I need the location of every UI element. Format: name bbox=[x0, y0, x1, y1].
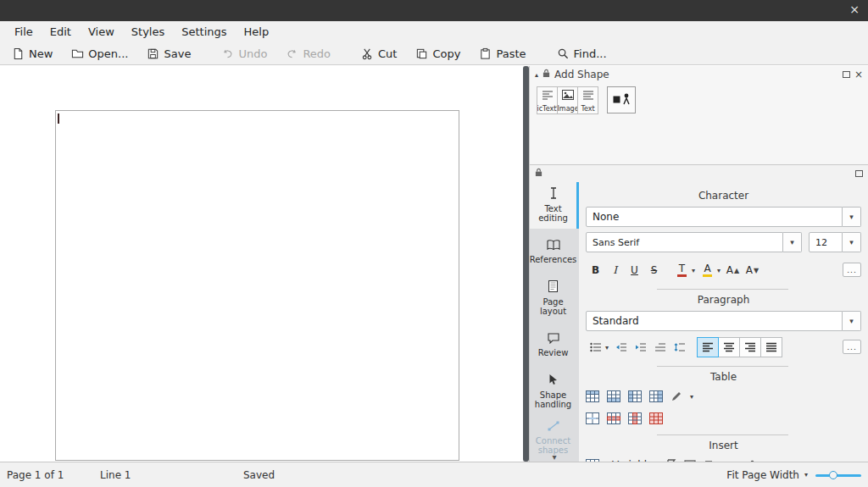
tab-page-layout[interactable]: Page layout bbox=[530, 275, 579, 322]
insert-column-left-button[interactable] bbox=[628, 388, 642, 405]
chevron-down-icon[interactable]: ▾ bbox=[783, 232, 802, 252]
chevron-down-icon[interactable]: ▾ bbox=[843, 207, 861, 227]
menu-help[interactable]: Help bbox=[236, 23, 277, 41]
shape-text-button[interactable]: Text bbox=[577, 86, 598, 114]
copy-button[interactable]: Copy bbox=[409, 45, 467, 63]
section-title-insert: Insert bbox=[586, 440, 861, 451]
align-center-button[interactable] bbox=[718, 337, 740, 357]
find-button[interactable]: Find... bbox=[550, 45, 614, 63]
add-shape-docker: ▴ Add Shape × icTextS bbox=[530, 66, 868, 165]
delete-row-button[interactable] bbox=[607, 410, 620, 427]
tabstrip-scroll-down-icon[interactable]: ▾ bbox=[530, 453, 579, 462]
chevron-down-icon[interactable]: ▾ bbox=[804, 471, 808, 479]
vertical-scrollbar[interactable] bbox=[523, 66, 529, 462]
copy-icon bbox=[415, 47, 428, 60]
page-layout-icon bbox=[548, 280, 558, 295]
increase-indent-button[interactable] bbox=[631, 338, 650, 357]
delete-table-button[interactable] bbox=[649, 410, 663, 427]
document-canvas[interactable] bbox=[0, 66, 523, 462]
menu-styles[interactable]: Styles bbox=[124, 23, 172, 41]
tab-review[interactable]: Review bbox=[530, 322, 579, 368]
chevron-down-icon[interactable]: ▾ bbox=[692, 267, 695, 274]
italic-button[interactable]: I bbox=[605, 261, 625, 279]
zoom-slider-handle[interactable] bbox=[829, 471, 837, 479]
zoom-slider[interactable] bbox=[815, 469, 861, 481]
insert-row-above-button[interactable] bbox=[586, 388, 599, 405]
line-spacing-button[interactable] bbox=[670, 338, 689, 357]
search-icon bbox=[557, 47, 570, 60]
shape-basic-text-button[interactable]: icTextS bbox=[537, 86, 558, 114]
section-title-table: Table bbox=[586, 371, 861, 383]
tab-text-editing[interactable]: Text editing bbox=[530, 182, 579, 229]
align-justify-button[interactable] bbox=[760, 337, 782, 357]
right-dockers-panel: ▴ Add Shape × icTextS bbox=[529, 66, 868, 462]
references-icon bbox=[547, 240, 560, 252]
close-docker-icon[interactable]: × bbox=[854, 69, 863, 80]
connect-shapes-icon bbox=[548, 421, 559, 434]
chevron-down-icon[interactable]: ▾ bbox=[843, 232, 861, 252]
font-family-combo[interactable]: Sans Serif ▾ bbox=[586, 232, 802, 252]
separator bbox=[657, 289, 788, 290]
paragraph-style-combo[interactable]: Standard ▾ bbox=[586, 311, 861, 331]
square-shape-icon bbox=[613, 94, 620, 106]
text-color-button[interactable]: T bbox=[672, 261, 692, 279]
paste-button[interactable]: Paste bbox=[472, 45, 532, 63]
menu-settings[interactable]: Settings bbox=[174, 23, 234, 41]
document-page[interactable] bbox=[55, 110, 459, 461]
font-size-combo[interactable]: 12 ▾ bbox=[809, 232, 861, 252]
scrollbar-thumb[interactable] bbox=[523, 66, 529, 462]
redo-icon bbox=[286, 47, 298, 60]
zoom-mode-dropdown[interactable]: Fit Page Width bbox=[726, 469, 799, 481]
chevron-down-icon[interactable]: ▾ bbox=[717, 267, 721, 274]
menu-edit[interactable]: Edit bbox=[42, 23, 79, 41]
tab-references[interactable]: References bbox=[530, 229, 579, 275]
character-more-button[interactable]: ... bbox=[843, 263, 861, 277]
first-line-indent-button[interactable] bbox=[650, 338, 670, 357]
docker-title: Add Shape bbox=[554, 69, 609, 80]
strikethrough-button[interactable]: S bbox=[644, 261, 664, 279]
collapse-icon[interactable]: ▴ bbox=[535, 71, 538, 79]
delete-column-button[interactable] bbox=[628, 410, 642, 427]
subscript-button[interactable]: A▼ bbox=[743, 261, 762, 279]
superscript-button[interactable]: A▲ bbox=[723, 261, 743, 279]
default-shapes-button[interactable] bbox=[607, 86, 636, 113]
shape-image-button[interactable]: Image bbox=[557, 86, 578, 114]
zoom-slider-track[interactable] bbox=[815, 474, 861, 477]
tab-shape-handling[interactable]: Shape handling bbox=[530, 368, 579, 415]
insert-row-below-button[interactable] bbox=[607, 388, 620, 405]
window-close-icon[interactable]: × bbox=[849, 3, 860, 16]
underline-button[interactable]: U bbox=[625, 261, 644, 279]
cut-button[interactable]: Cut bbox=[354, 45, 403, 63]
split-cells-button[interactable] bbox=[586, 410, 599, 427]
menu-file[interactable]: File bbox=[7, 23, 41, 41]
new-document-icon bbox=[12, 47, 25, 60]
table-border-pen-button[interactable] bbox=[670, 388, 682, 405]
bold-button[interactable]: B bbox=[586, 261, 605, 279]
save-button[interactable]: Save bbox=[140, 45, 198, 63]
lock-icon[interactable] bbox=[542, 69, 550, 80]
lock-icon[interactable] bbox=[535, 168, 542, 180]
float-docker-icon[interactable] bbox=[843, 71, 850, 78]
paragraph-more-button[interactable]: ... bbox=[843, 340, 861, 354]
open-button[interactable]: Open... bbox=[64, 45, 135, 63]
float-docker-icon[interactable] bbox=[855, 170, 863, 177]
decrease-indent-button[interactable] bbox=[611, 338, 631, 357]
list-style-button[interactable] bbox=[586, 338, 605, 357]
text-lines-icon bbox=[582, 90, 594, 102]
titlebar: × bbox=[0, 0, 868, 21]
shape-handling-icon bbox=[548, 374, 558, 388]
character-style-combo[interactable]: None ▾ bbox=[586, 207, 861, 227]
chevron-down-icon[interactable]: ▾ bbox=[605, 344, 609, 351]
chevron-down-icon[interactable]: ▾ bbox=[690, 393, 693, 401]
highlight-color-button[interactable]: A bbox=[698, 261, 717, 279]
insert-column-right-button[interactable] bbox=[649, 388, 663, 405]
menu-view[interactable]: View bbox=[81, 23, 122, 41]
chevron-down-icon[interactable]: ▾ bbox=[843, 311, 861, 331]
align-right-button[interactable] bbox=[739, 337, 761, 357]
new-button[interactable]: New bbox=[5, 45, 59, 63]
align-left-button[interactable] bbox=[697, 337, 719, 357]
undo-button[interactable]: Undo bbox=[214, 45, 274, 63]
paragraph-format-row: ▾ bbox=[586, 336, 861, 358]
separator bbox=[657, 366, 788, 367]
redo-button[interactable]: Redo bbox=[279, 45, 337, 63]
